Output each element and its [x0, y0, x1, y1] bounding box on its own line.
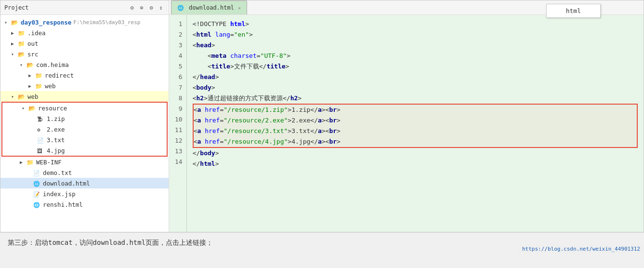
tree-item-idea[interactable]: ▶ .idea — [0, 27, 169, 38]
url-bar: https://blog.csdn.net/weixin_44901312 — [518, 245, 644, 253]
tree-item-1zip[interactable]: 1.zip — [2, 113, 167, 124]
ide-area: Project ⚙ ⊕ ⚙ ↕ ▾ day03_response F:\heim… — [0, 0, 644, 232]
line-num-11: 11 — [175, 125, 183, 135]
item-label: renshi.html — [43, 201, 83, 208]
expand-arrow: ▶ — [11, 30, 18, 36]
tab-label: download.html — [189, 4, 234, 11]
header-icons: ⚙ ⊕ ⚙ ↕ — [128, 4, 165, 12]
line-num-12: 12 — [175, 135, 183, 146]
tree-item-src[interactable]: ▾ src — [0, 49, 169, 59]
code-line-10: <a href="/resource/2.exe">2.exe</a><br> — [194, 115, 637, 126]
item-label: WEB-INF — [36, 159, 62, 166]
item-label: 3.txt — [47, 136, 65, 144]
folder-icon — [26, 159, 34, 165]
bottom-area: 第三步：启动tomcat，访问download.html页面，点击上述链接； h… — [0, 232, 644, 253]
html-file-icon — [33, 180, 41, 187]
code-line-2: <html lang="en"> — [193, 29, 638, 40]
expand-arrow: ▾ — [22, 106, 28, 111]
folder-icon — [18, 51, 26, 57]
left-panel: Project ⚙ ⊕ ⚙ ↕ ▾ day03_response F:\heim… — [0, 0, 169, 232]
tree-item-renshihtml[interactable]: renshi.html — [0, 199, 169, 210]
resource-redbox: ▾ resource 1.zip — [1, 102, 168, 157]
line-num-6: 6 — [175, 72, 183, 82]
code-line-9: <a href="/resource/1.zip">1.zip</a><br> — [194, 105, 637, 115]
folder-icon — [28, 105, 36, 111]
item-label: out — [27, 40, 39, 47]
expand-arrow: ▶ — [28, 83, 35, 89]
tree-item-web-root[interactable]: ▾ web — [0, 91, 169, 102]
bottom-text: 第三步：启动tomcat，访问download.html页面，点击上述链接； — [8, 239, 213, 246]
line-num-3: 3 — [175, 40, 183, 51]
folder-icon — [26, 61, 34, 68]
tree-item-web-src[interactable]: ▶ web — [0, 80, 169, 91]
sort-icon[interactable]: ↕ — [157, 4, 165, 12]
expand-arrow: ▾ — [4, 20, 11, 25]
code-line-5: <title>文件下载</title> — [193, 61, 638, 72]
item-label: 4.jpg — [47, 147, 65, 154]
tree-item-4jpg[interactable]: 4.jpg — [2, 145, 167, 156]
item-label: 2.exe — [47, 126, 65, 133]
left-panel-header: Project ⚙ ⊕ ⚙ ↕ — [0, 0, 169, 15]
item-label: download.html — [43, 180, 90, 187]
jsp-file-icon — [33, 190, 41, 197]
tree-item-com-heima[interactable]: ▾ com.heima — [0, 59, 169, 70]
tab-close-button[interactable]: ✕ — [238, 5, 241, 11]
item-label: src — [27, 51, 39, 58]
code-area: 1 2 3 4 5 6 7 8 9 10 11 12 13 14 — [169, 15, 644, 232]
code-line-14: </html> — [193, 159, 638, 169]
tree-item-resource[interactable]: ▾ resource — [2, 103, 167, 113]
code-line-11: <a href="/resource/3.txt">3.txt</a><br> — [194, 126, 637, 136]
code-line-3: <head> — [193, 40, 638, 51]
tree-item-out[interactable]: ▶ out — [0, 38, 169, 49]
tree-item-webinf[interactable]: ▶ WEB-INF — [0, 157, 169, 167]
item-label: .idea — [27, 29, 46, 37]
txt-file-icon — [33, 169, 41, 176]
tree-item-demotxt[interactable]: demo.txt — [0, 167, 169, 178]
item-label: com.heima — [36, 61, 69, 68]
code-line-13: </body> — [193, 148, 638, 159]
expand-arrow: ▾ — [11, 94, 18, 99]
line-num-4: 4 — [175, 51, 183, 61]
file-tree: ▾ day03_response F:\heima55\day03_resp ▶… — [0, 15, 169, 212]
expand-arrow: ▾ — [20, 62, 26, 67]
zip-file-icon — [37, 115, 45, 122]
tooltip-text: html — [566, 7, 581, 14]
item-label: redirect — [45, 72, 74, 79]
line-num-10: 10 — [175, 114, 183, 125]
tree-item-indexjsp[interactable]: index.jsp — [0, 188, 169, 199]
item-label: web — [45, 82, 56, 90]
project-name: day03_response — [21, 19, 71, 26]
expand-arrow: ▶ — [11, 41, 18, 46]
highlighted-code-block: <a href="/resource/1.zip">1.zip</a><br> … — [193, 104, 638, 148]
code-content[interactable]: <!DOCTYPE html> <html lang="en"> <head> … — [187, 15, 644, 232]
add-icon[interactable]: ⊕ — [138, 4, 145, 12]
line-numbers: 1 2 3 4 5 6 7 8 9 10 11 12 13 14 — [169, 15, 187, 232]
tree-item-downloadhtml[interactable]: download.html — [0, 178, 169, 188]
folder-icon — [35, 72, 43, 79]
project-path: F:\heima55\day03_resp — [73, 19, 140, 26]
folder-icon — [11, 19, 19, 26]
line-num-14: 14 — [175, 157, 183, 167]
code-line-8: <h2>通过超链接的方式下载资源</h2> — [193, 93, 638, 104]
line-num-7: 7 — [175, 82, 183, 93]
item-label: web — [27, 93, 39, 100]
tree-item-2exe[interactable]: 2.exe — [2, 124, 167, 134]
line-num-2: 2 — [175, 29, 183, 40]
txt-file-icon — [37, 136, 45, 143]
settings-icon[interactable]: ⚙ — [128, 4, 136, 12]
line-num-9: 9 — [175, 104, 183, 114]
jpg-file-icon — [37, 147, 45, 154]
code-line-1: <!DOCTYPE html> — [193, 19, 638, 29]
gear-icon[interactable]: ⚙ — [147, 4, 155, 12]
line-num-1: 1 — [175, 19, 183, 29]
expand-arrow: ▾ — [11, 52, 18, 57]
tree-item-3txt[interactable]: 3.txt — [2, 134, 167, 145]
expand-arrow: ▶ — [28, 73, 35, 78]
line-num-13: 13 — [175, 146, 183, 157]
code-line-4: <meta charset="UTF-8"> — [193, 51, 638, 61]
tree-item-redirect[interactable]: ▶ redirect — [0, 70, 169, 80]
tab-download-html[interactable]: download.html ✕ — [171, 0, 247, 14]
line-num-5: 5 — [175, 61, 183, 72]
main-container: Project ⚙ ⊕ ⚙ ↕ ▾ day03_response F:\heim… — [0, 0, 644, 253]
tree-item-day03-response[interactable]: ▾ day03_response F:\heima55\day03_resp — [0, 17, 169, 27]
